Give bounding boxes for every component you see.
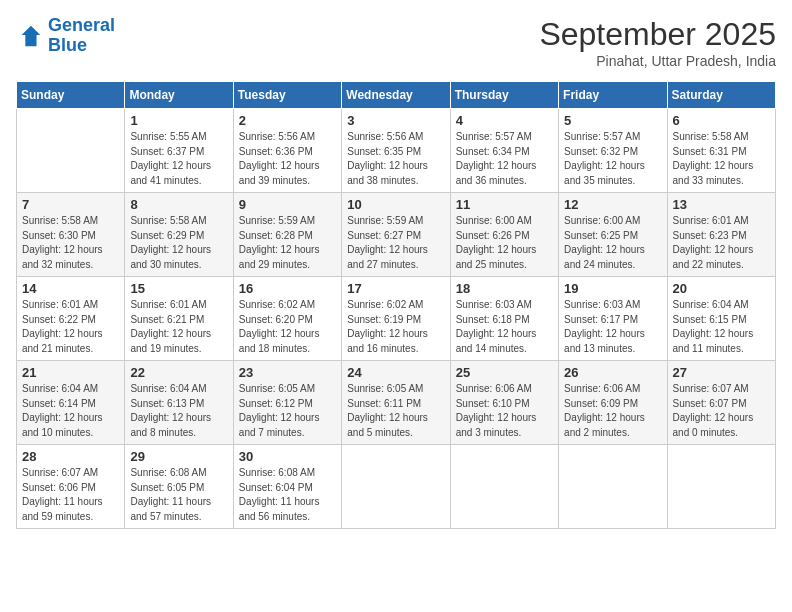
logo: General Blue — [16, 16, 115, 56]
header-cell-thursday: Thursday — [450, 82, 558, 109]
calendar-header: SundayMondayTuesdayWednesdayThursdayFrid… — [17, 82, 776, 109]
cell-info: Sunrise: 6:03 AM Sunset: 6:17 PM Dayligh… — [564, 298, 661, 356]
day-number: 6 — [673, 113, 770, 128]
calendar-cell — [17, 109, 125, 193]
logo-icon — [16, 22, 44, 50]
calendar-cell: 22Sunrise: 6:04 AM Sunset: 6:13 PM Dayli… — [125, 361, 233, 445]
calendar-cell: 29Sunrise: 6:08 AM Sunset: 6:05 PM Dayli… — [125, 445, 233, 529]
cell-info: Sunrise: 6:04 AM Sunset: 6:13 PM Dayligh… — [130, 382, 227, 440]
cell-info: Sunrise: 6:02 AM Sunset: 6:20 PM Dayligh… — [239, 298, 336, 356]
cell-info: Sunrise: 5:59 AM Sunset: 6:28 PM Dayligh… — [239, 214, 336, 272]
day-number: 5 — [564, 113, 661, 128]
calendar-cell: 10Sunrise: 5:59 AM Sunset: 6:27 PM Dayli… — [342, 193, 450, 277]
cell-info: Sunrise: 6:00 AM Sunset: 6:25 PM Dayligh… — [564, 214, 661, 272]
day-number: 19 — [564, 281, 661, 296]
day-number: 1 — [130, 113, 227, 128]
calendar-cell: 19Sunrise: 6:03 AM Sunset: 6:17 PM Dayli… — [559, 277, 667, 361]
day-number: 24 — [347, 365, 444, 380]
calendar-cell: 18Sunrise: 6:03 AM Sunset: 6:18 PM Dayli… — [450, 277, 558, 361]
cell-info: Sunrise: 6:01 AM Sunset: 6:22 PM Dayligh… — [22, 298, 119, 356]
cell-info: Sunrise: 6:08 AM Sunset: 6:05 PM Dayligh… — [130, 466, 227, 524]
calendar-cell: 28Sunrise: 6:07 AM Sunset: 6:06 PM Dayli… — [17, 445, 125, 529]
day-number: 15 — [130, 281, 227, 296]
cell-info: Sunrise: 5:57 AM Sunset: 6:32 PM Dayligh… — [564, 130, 661, 188]
day-number: 28 — [22, 449, 119, 464]
page-header: General Blue September 2025 Pinahat, Utt… — [16, 16, 776, 69]
day-number: 30 — [239, 449, 336, 464]
cell-info: Sunrise: 6:07 AM Sunset: 6:07 PM Dayligh… — [673, 382, 770, 440]
day-number: 9 — [239, 197, 336, 212]
cell-info: Sunrise: 5:56 AM Sunset: 6:35 PM Dayligh… — [347, 130, 444, 188]
calendar-cell: 1Sunrise: 5:55 AM Sunset: 6:37 PM Daylig… — [125, 109, 233, 193]
calendar-cell: 23Sunrise: 6:05 AM Sunset: 6:12 PM Dayli… — [233, 361, 341, 445]
logo-line1: General — [48, 15, 115, 35]
calendar-cell: 14Sunrise: 6:01 AM Sunset: 6:22 PM Dayli… — [17, 277, 125, 361]
week-row-2: 7Sunrise: 5:58 AM Sunset: 6:30 PM Daylig… — [17, 193, 776, 277]
calendar-cell: 11Sunrise: 6:00 AM Sunset: 6:26 PM Dayli… — [450, 193, 558, 277]
day-number: 21 — [22, 365, 119, 380]
calendar-body: 1Sunrise: 5:55 AM Sunset: 6:37 PM Daylig… — [17, 109, 776, 529]
day-number: 4 — [456, 113, 553, 128]
cell-info: Sunrise: 6:06 AM Sunset: 6:09 PM Dayligh… — [564, 382, 661, 440]
cell-info: Sunrise: 6:02 AM Sunset: 6:19 PM Dayligh… — [347, 298, 444, 356]
day-number: 11 — [456, 197, 553, 212]
header-cell-sunday: Sunday — [17, 82, 125, 109]
day-number: 12 — [564, 197, 661, 212]
day-number: 14 — [22, 281, 119, 296]
calendar-cell: 16Sunrise: 6:02 AM Sunset: 6:20 PM Dayli… — [233, 277, 341, 361]
cell-info: Sunrise: 6:04 AM Sunset: 6:15 PM Dayligh… — [673, 298, 770, 356]
header-cell-tuesday: Tuesday — [233, 82, 341, 109]
cell-info: Sunrise: 5:55 AM Sunset: 6:37 PM Dayligh… — [130, 130, 227, 188]
calendar-cell — [342, 445, 450, 529]
cell-info: Sunrise: 5:57 AM Sunset: 6:34 PM Dayligh… — [456, 130, 553, 188]
calendar-cell: 24Sunrise: 6:05 AM Sunset: 6:11 PM Dayli… — [342, 361, 450, 445]
day-number: 8 — [130, 197, 227, 212]
day-number: 10 — [347, 197, 444, 212]
cell-info: Sunrise: 6:07 AM Sunset: 6:06 PM Dayligh… — [22, 466, 119, 524]
cell-info: Sunrise: 6:01 AM Sunset: 6:21 PM Dayligh… — [130, 298, 227, 356]
calendar-cell: 9Sunrise: 5:59 AM Sunset: 6:28 PM Daylig… — [233, 193, 341, 277]
calendar-cell: 13Sunrise: 6:01 AM Sunset: 6:23 PM Dayli… — [667, 193, 775, 277]
day-number: 22 — [130, 365, 227, 380]
calendar-cell: 21Sunrise: 6:04 AM Sunset: 6:14 PM Dayli… — [17, 361, 125, 445]
day-number: 7 — [22, 197, 119, 212]
cell-info: Sunrise: 6:08 AM Sunset: 6:04 PM Dayligh… — [239, 466, 336, 524]
calendar-cell — [667, 445, 775, 529]
day-number: 17 — [347, 281, 444, 296]
cell-info: Sunrise: 6:05 AM Sunset: 6:11 PM Dayligh… — [347, 382, 444, 440]
calendar-cell: 15Sunrise: 6:01 AM Sunset: 6:21 PM Dayli… — [125, 277, 233, 361]
cell-info: Sunrise: 6:03 AM Sunset: 6:18 PM Dayligh… — [456, 298, 553, 356]
day-number: 3 — [347, 113, 444, 128]
day-number: 25 — [456, 365, 553, 380]
cell-info: Sunrise: 6:05 AM Sunset: 6:12 PM Dayligh… — [239, 382, 336, 440]
day-number: 16 — [239, 281, 336, 296]
calendar-table: SundayMondayTuesdayWednesdayThursdayFrid… — [16, 81, 776, 529]
logo-text: General Blue — [48, 16, 115, 56]
cell-info: Sunrise: 6:01 AM Sunset: 6:23 PM Dayligh… — [673, 214, 770, 272]
header-cell-friday: Friday — [559, 82, 667, 109]
cell-info: Sunrise: 6:04 AM Sunset: 6:14 PM Dayligh… — [22, 382, 119, 440]
calendar-cell: 26Sunrise: 6:06 AM Sunset: 6:09 PM Dayli… — [559, 361, 667, 445]
header-cell-wednesday: Wednesday — [342, 82, 450, 109]
svg-marker-0 — [22, 26, 41, 47]
cell-info: Sunrise: 5:58 AM Sunset: 6:31 PM Dayligh… — [673, 130, 770, 188]
day-number: 29 — [130, 449, 227, 464]
day-number: 13 — [673, 197, 770, 212]
calendar-cell: 17Sunrise: 6:02 AM Sunset: 6:19 PM Dayli… — [342, 277, 450, 361]
title-block: September 2025 Pinahat, Uttar Pradesh, I… — [539, 16, 776, 69]
cell-info: Sunrise: 5:59 AM Sunset: 6:27 PM Dayligh… — [347, 214, 444, 272]
calendar-cell: 8Sunrise: 5:58 AM Sunset: 6:29 PM Daylig… — [125, 193, 233, 277]
calendar-cell: 20Sunrise: 6:04 AM Sunset: 6:15 PM Dayli… — [667, 277, 775, 361]
cell-info: Sunrise: 5:58 AM Sunset: 6:29 PM Dayligh… — [130, 214, 227, 272]
week-row-4: 21Sunrise: 6:04 AM Sunset: 6:14 PM Dayli… — [17, 361, 776, 445]
header-cell-monday: Monday — [125, 82, 233, 109]
day-number: 20 — [673, 281, 770, 296]
calendar-cell: 5Sunrise: 5:57 AM Sunset: 6:32 PM Daylig… — [559, 109, 667, 193]
cell-info: Sunrise: 6:00 AM Sunset: 6:26 PM Dayligh… — [456, 214, 553, 272]
calendar-cell: 25Sunrise: 6:06 AM Sunset: 6:10 PM Dayli… — [450, 361, 558, 445]
location-subtitle: Pinahat, Uttar Pradesh, India — [539, 53, 776, 69]
cell-info: Sunrise: 5:56 AM Sunset: 6:36 PM Dayligh… — [239, 130, 336, 188]
header-row: SundayMondayTuesdayWednesdayThursdayFrid… — [17, 82, 776, 109]
day-number: 26 — [564, 365, 661, 380]
calendar-cell: 7Sunrise: 5:58 AM Sunset: 6:30 PM Daylig… — [17, 193, 125, 277]
